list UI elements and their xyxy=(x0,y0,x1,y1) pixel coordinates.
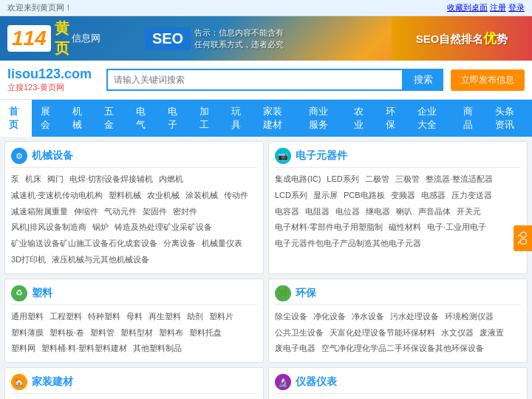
list-item[interactable]: 通用塑料 xyxy=(11,310,44,324)
welcome-text: 欢迎来到黄页网！ xyxy=(7,2,72,13)
nav-item-zhanghui[interactable]: 展会 xyxy=(32,100,64,137)
list-item[interactable]: 天富化处理设备节能环保材料 xyxy=(330,326,435,341)
list-item[interactable]: 污水处理设备 xyxy=(390,310,439,324)
list-item[interactable]: 特种塑料 xyxy=(88,310,120,324)
list-item[interactable]: 电感器 xyxy=(421,188,446,203)
nav-item-wujin[interactable]: 五金 xyxy=(95,100,127,137)
list-item[interactable]: 三极管 xyxy=(395,172,420,187)
nav-item-nongye[interactable]: 农业 xyxy=(345,100,377,137)
list-item[interactable]: 3D打印机 xyxy=(11,253,46,267)
list-item[interactable]: 环境检测仪器 xyxy=(445,310,494,324)
nav-item-huanbao[interactable]: 环保 xyxy=(377,100,409,137)
nav-item-jiagong[interactable]: 加工 xyxy=(191,100,222,137)
list-item[interactable]: 塑料机械 xyxy=(109,188,141,203)
register-link[interactable]: 注册 xyxy=(490,3,506,12)
list-item[interactable]: 电子元器件包电子产品制造其他电子元器 xyxy=(275,236,421,251)
list-item[interactable]: 除尘设备 xyxy=(275,310,307,324)
list-item[interactable]: 减速机·变速机传动电机构 xyxy=(11,188,103,203)
list-item[interactable]: 继电器 xyxy=(366,205,390,219)
nav-item-shangpin[interactable]: 商品 xyxy=(454,100,486,137)
logo-sub: 立搜123-黄页网 xyxy=(7,82,92,93)
nav-item-shangye[interactable]: 商业服务 xyxy=(300,100,346,137)
list-item[interactable]: 伸缩件 xyxy=(74,205,98,219)
list-item[interactable]: 泵 xyxy=(11,172,19,187)
search-button[interactable]: 搜索 xyxy=(403,69,443,91)
list-item[interactable]: 空气净化理化学品二手环保设备其他环保设备 xyxy=(321,341,484,356)
list-item[interactable]: 架固件 xyxy=(143,205,167,219)
list-item[interactable]: 压力变送器 xyxy=(451,188,492,203)
list-item[interactable]: 助剂 xyxy=(187,310,203,324)
list-item[interactable]: 农业机械 xyxy=(147,188,180,203)
list-item[interactable]: LCD系列 xyxy=(275,188,307,203)
list-item[interactable]: 气动元件 xyxy=(104,205,137,219)
list-item[interactable]: 废液置 xyxy=(480,326,504,341)
list-item[interactable]: 塑料布 xyxy=(159,326,183,341)
list-item[interactable]: 其他塑料制品 xyxy=(133,341,182,356)
qq-button[interactable]: QQ在线 xyxy=(514,225,532,251)
list-item[interactable]: 塑料薄膜 xyxy=(11,326,44,341)
list-item[interactable]: 密封件 xyxy=(173,205,197,219)
list-item[interactable]: 集成电路(IC) xyxy=(275,172,321,187)
collect-link[interactable]: 收藏到桌面 xyxy=(447,3,488,12)
list-item[interactable]: 铸造及热处理矿业采矿设备 xyxy=(115,220,212,235)
list-item[interactable]: 涂装机械 xyxy=(185,188,218,203)
list-item[interactable]: 塑料板·卷 xyxy=(50,326,84,341)
list-item[interactable]: 二极管 xyxy=(365,172,389,187)
list-item[interactable]: 母料 xyxy=(126,310,143,324)
list-item[interactable]: 塑料片 xyxy=(209,310,233,324)
category-suliao: ♻塑料通用塑料工程塑料特种塑料母料再生塑料助剂塑料片塑料薄膜塑料板·卷塑料管塑料… xyxy=(4,279,264,363)
list-item[interactable]: 整流器·整流适配器 xyxy=(426,172,493,187)
list-item[interactable]: 阀门 xyxy=(47,172,64,187)
list-item[interactable]: LED系列 xyxy=(327,172,358,187)
post-button[interactable]: 立即发布信息 xyxy=(451,69,525,91)
list-item[interactable]: 塑料网 xyxy=(11,341,35,356)
category-title-jiazhuang: 🏠家装建材 xyxy=(11,374,257,394)
list-item[interactable]: 风机|排风设备制造商 xyxy=(11,220,86,235)
nav-item-jixie[interactable]: 机械 xyxy=(64,100,95,137)
category-title-text-jixie: 机械设备 xyxy=(32,149,73,163)
list-item[interactable]: 净水设备 xyxy=(352,310,384,324)
list-item[interactable]: 分离设备 xyxy=(163,236,196,251)
list-item[interactable]: 电子·工业用电子 xyxy=(427,220,486,235)
list-item[interactable]: 再生塑料 xyxy=(149,310,181,324)
list-item[interactable]: 机床 xyxy=(25,172,41,187)
list-item[interactable]: 塑料管 xyxy=(90,326,115,341)
list-item[interactable]: 废电子电器 xyxy=(275,341,316,356)
list-item[interactable]: 工程塑料 xyxy=(50,310,82,324)
list-item[interactable]: 净化设备 xyxy=(313,310,346,324)
list-item[interactable]: 水文仪器 xyxy=(441,326,474,341)
list-item[interactable]: 电焊·切割设备焊接辅机 xyxy=(69,172,153,187)
list-item[interactable]: 塑料托盘 xyxy=(189,326,222,341)
nav-item-wanju[interactable]: 玩具 xyxy=(222,100,254,137)
list-item[interactable]: 内燃机 xyxy=(159,172,183,187)
login-link[interactable]: 登录 xyxy=(508,3,525,12)
list-item[interactable]: 声音晶体 xyxy=(418,205,451,219)
list-item[interactable]: 电位器 xyxy=(335,205,360,219)
search-input[interactable] xyxy=(106,69,403,91)
nav-item-qiye[interactable]: 企业大全 xyxy=(409,100,454,137)
nav-item-home[interactable]: 首页 xyxy=(0,100,32,137)
list-item[interactable]: 锅炉 xyxy=(92,220,109,235)
nav-item-jiazhuang[interactable]: 家装建材 xyxy=(254,100,300,137)
list-item[interactable]: 显示屏 xyxy=(313,188,338,203)
list-item[interactable]: 电阻器 xyxy=(305,205,330,219)
list-item[interactable]: 机械量仪表 xyxy=(202,236,242,251)
list-item[interactable]: 矿业输送设备矿山施工设备石化成套设备 xyxy=(11,236,157,251)
list-item[interactable]: 传动件 xyxy=(224,188,248,203)
list-item[interactable]: 电容器 xyxy=(275,205,299,219)
list-item[interactable]: 电子材料·零部件电子用塑脂制 xyxy=(275,220,383,235)
list-item[interactable]: 开关元 xyxy=(457,205,481,219)
list-item[interactable]: 塑料桶·料·塑料塑料建材 xyxy=(41,341,127,356)
list-item[interactable]: 减速箱附属重量 xyxy=(11,205,68,219)
list-item[interactable]: 磁性材料 xyxy=(389,220,421,235)
list-item[interactable]: 液压机械与元其他机械设备 xyxy=(52,253,149,267)
list-item[interactable]: 变频器 xyxy=(391,188,415,203)
nav-item-dianzi[interactable]: 电子 xyxy=(159,100,191,137)
nav-item-toutiao[interactable]: 头条资讯 xyxy=(486,100,532,137)
search-bar: 搜索 xyxy=(106,69,443,91)
nav-item-dianqi[interactable]: 电气 xyxy=(127,100,159,137)
list-item[interactable]: 喇叭 xyxy=(396,205,412,219)
list-item[interactable]: PCB电路板 xyxy=(344,188,385,203)
list-item[interactable]: 公共卫生设备 xyxy=(275,326,324,341)
list-item[interactable]: 塑料型材 xyxy=(120,326,153,341)
